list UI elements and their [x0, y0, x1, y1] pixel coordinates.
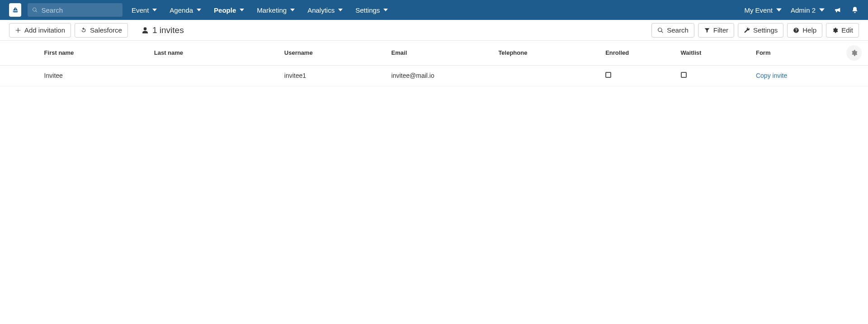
help-button-label: Help: [802, 26, 816, 34]
toolbar-right: Search Filter Settings Help Edit: [651, 23, 859, 38]
filter-icon: [704, 27, 710, 33]
app-logo[interactable]: [9, 3, 21, 17]
global-search-input[interactable]: [41, 6, 118, 14]
search-button[interactable]: Search: [651, 23, 694, 38]
col-enrolled[interactable]: Enrolled: [602, 41, 677, 65]
row-select-cell[interactable]: [0, 65, 41, 86]
chevron-down-icon: [338, 8, 343, 12]
search-icon: [32, 7, 38, 13]
nav-settings[interactable]: Settings: [355, 6, 388, 14]
table-header-row: First name Last name Username Email Tele…: [0, 41, 868, 65]
invites-count-text: 1 invites: [152, 25, 184, 35]
cell-enrolled: [602, 65, 677, 86]
person-icon: [142, 26, 149, 34]
nav-agenda[interactable]: Agenda: [170, 6, 201, 14]
chevron-down-icon: [290, 8, 295, 12]
main-nav: Event Agenda People Marketing Analytics …: [132, 6, 744, 14]
table-columns-settings[interactable]: [846, 45, 862, 61]
chevron-down-icon: [197, 8, 201, 12]
cell-last-name: [151, 65, 281, 86]
edit-button-label: Edit: [841, 26, 853, 34]
gear-icon: [832, 27, 838, 33]
help-circle-icon: [793, 27, 799, 33]
chevron-down-icon: [383, 8, 388, 12]
chevron-down-icon: [240, 8, 244, 12]
col-telephone[interactable]: Telephone: [495, 41, 602, 65]
plus-icon: [15, 27, 21, 33]
page-toolbar: Add invitation Salesforce 1 invites Sear…: [0, 20, 868, 41]
table-row[interactable]: Invitee invitee1 invitee@mail.io Copy in…: [0, 65, 868, 86]
filter-button[interactable]: Filter: [698, 23, 734, 38]
chevron-down-icon: [819, 8, 825, 12]
cell-email: invitee@mail.io: [388, 65, 495, 86]
search-icon: [657, 27, 664, 33]
invites-table-wrap: First name Last name Username Email Tele…: [0, 41, 868, 86]
cell-form: Copy invite: [752, 65, 868, 86]
nav-event-label: Event: [132, 6, 149, 14]
edit-button[interactable]: Edit: [826, 23, 859, 38]
cell-username: invitee1: [281, 65, 388, 86]
help-button[interactable]: Help: [787, 23, 822, 38]
nav-analytics-label: Analytics: [307, 6, 335, 14]
invites-count: 1 invites: [142, 25, 184, 35]
col-waitlist[interactable]: Waitlist: [677, 41, 752, 65]
cell-telephone: [495, 65, 602, 86]
col-first-name[interactable]: First name: [41, 41, 151, 65]
nav-analytics[interactable]: Analytics: [307, 6, 343, 14]
wrench-icon: [744, 27, 750, 33]
bell-icon: [851, 6, 859, 14]
add-invitation-label: Add invitation: [24, 26, 65, 34]
settings-button[interactable]: Settings: [738, 23, 783, 38]
cell-waitlist: [677, 65, 752, 86]
salesforce-label: Salesforce: [90, 26, 122, 34]
nav-settings-label: Settings: [355, 6, 380, 14]
col-select: [0, 41, 41, 65]
nav-marketing-label: Marketing: [257, 6, 287, 14]
user-menu-label: Admin 2: [791, 6, 816, 14]
chevron-down-icon: [776, 8, 782, 12]
user-menu[interactable]: Admin 2: [791, 6, 825, 14]
nav-people[interactable]: People: [214, 6, 244, 14]
settings-button-label: Settings: [753, 26, 778, 34]
nav-agenda-label: Agenda: [170, 6, 193, 14]
nav-event[interactable]: Event: [132, 6, 157, 14]
nav-marketing[interactable]: Marketing: [257, 6, 295, 14]
col-last-name[interactable]: Last name: [151, 41, 281, 65]
sailboat-icon: [12, 6, 19, 14]
sync-icon: [80, 27, 87, 33]
waitlist-checkbox[interactable]: [681, 72, 687, 78]
filter-button-label: Filter: [713, 26, 728, 34]
toolbar-left: Add invitation Salesforce 1 invites: [9, 23, 184, 38]
search-button-label: Search: [667, 26, 689, 34]
salesforce-button[interactable]: Salesforce: [75, 23, 128, 38]
nav-people-label: People: [214, 6, 236, 14]
notifications-button[interactable]: [851, 6, 859, 14]
event-switcher[interactable]: My Event: [744, 6, 782, 14]
event-switcher-label: My Event: [744, 6, 773, 14]
announcements-button[interactable]: [834, 6, 842, 14]
col-username[interactable]: Username: [281, 41, 388, 65]
copy-invite-link[interactable]: Copy invite: [756, 72, 787, 79]
invites-table: First name Last name Username Email Tele…: [0, 41, 868, 86]
add-invitation-button[interactable]: Add invitation: [9, 23, 71, 38]
global-search[interactable]: [28, 3, 123, 17]
top-navigation: Event Agenda People Marketing Analytics …: [0, 0, 868, 20]
cell-first-name: Invitee: [41, 65, 151, 86]
nav-right: My Event Admin 2: [744, 6, 859, 14]
chevron-down-icon: [152, 8, 157, 12]
enrolled-checkbox[interactable]: [605, 72, 611, 78]
col-email[interactable]: Email: [388, 41, 495, 65]
bullhorn-icon: [834, 6, 841, 14]
gear-icon: [850, 49, 858, 57]
